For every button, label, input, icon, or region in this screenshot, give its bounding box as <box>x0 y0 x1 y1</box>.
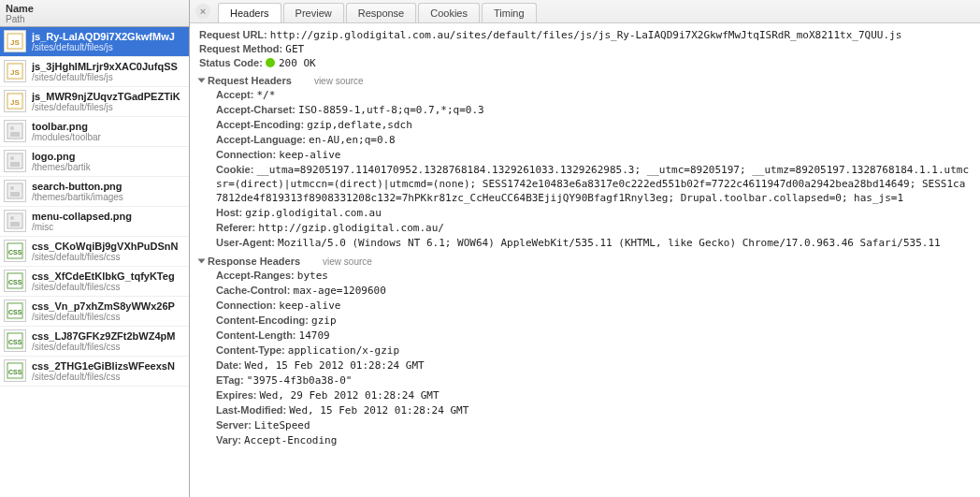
header-row: ETag: "3975-4f3b0a38-0" <box>199 373 971 387</box>
tab-timing[interactable]: Timing <box>482 3 537 22</box>
header-value: Wed, 15 Feb 2012 01:28:24 GMT <box>245 359 425 372</box>
file-name: css_2THG1eGiBlizsWFeexsN <box>32 360 175 372</box>
header-row: Content-Length: 14709 <box>199 329 971 343</box>
svg-point-8 <box>10 126 14 130</box>
file-info: css_LJ87GFKz9ZFt2bWZ4pM/sites/default/fi… <box>32 330 175 352</box>
file-item[interactable]: JSjs_Ry-LaIAQD9i7X2GkwfMwJ/sites/default… <box>0 27 189 57</box>
header-row: Accept-Ranges: bytes <box>199 269 971 283</box>
request-method-value: GET <box>285 43 304 55</box>
svg-rect-7 <box>10 132 20 137</box>
file-item[interactable]: menu-collapsed.png/misc <box>0 207 189 237</box>
view-source-link[interactable]: view source <box>314 76 364 86</box>
header-value: application/x-gzip <box>288 344 399 357</box>
header-key: Content-Type: <box>216 344 285 356</box>
svg-text:CSS: CSS <box>8 309 22 315</box>
header-value: 14709 <box>299 329 330 342</box>
svg-rect-10 <box>10 162 20 167</box>
file-name: menu-collapsed.png <box>32 211 132 222</box>
file-path: /sites/default/files/css <box>32 252 178 262</box>
header-value: keep-alive <box>279 300 340 312</box>
header-key: Expires: <box>216 389 256 401</box>
disclosure-triangle-icon <box>198 259 206 264</box>
header-key: User-Agent: <box>216 237 275 248</box>
header-row: Content-Type: application/x-gzip <box>199 344 971 358</box>
header-row: Server: LiteSpeed <box>199 418 971 432</box>
file-item[interactable]: JSjs_3jHghIMLrjr9xXAC0JufqSS/sites/defau… <box>0 57 189 87</box>
request-headers-section[interactable]: Request Headers view source <box>199 75 971 86</box>
file-name: toolbar.png <box>32 121 101 132</box>
header-value: gzip,deflate,sdch <box>307 119 412 131</box>
file-path: /sites/default/files/css <box>32 372 175 382</box>
file-path: /misc <box>32 222 132 232</box>
file-item[interactable]: toolbar.png/modules/toolbar <box>0 117 189 147</box>
file-info: css_2THG1eGiBlizsWFeexsN/sites/default/f… <box>32 360 175 382</box>
svg-point-17 <box>10 216 14 220</box>
tab-cookies[interactable]: Cookies <box>418 3 480 22</box>
file-name: css_LJ87GFKz9ZFt2bWZ4pM <box>32 330 175 342</box>
header-key: Referer: <box>216 222 255 233</box>
disclosure-triangle-icon <box>198 79 206 83</box>
file-type-icon: CSS <box>4 329 26 352</box>
header-value: bytes <box>297 270 328 282</box>
file-path: /sites/default/files/css <box>32 282 175 292</box>
response-headers-section[interactable]: Response Headers view source <box>199 256 971 267</box>
file-item[interactable]: logo.png/themes/bartik <box>0 147 189 177</box>
file-type-icon: CSS <box>4 300 26 322</box>
tabs-row: × HeadersPreviewResponseCookiesTiming <box>190 0 980 23</box>
header-row: Last-Modified: Wed, 15 Feb 2012 01:28:24… <box>199 403 971 417</box>
header-key: Accept-Encoding: <box>216 119 304 130</box>
file-name: css_CKoWqiBj9gVXhPuDSnN <box>32 241 178 252</box>
file-type-icon: JS <box>4 30 26 52</box>
file-list: JSjs_Ry-LaIAQD9i7X2GkwfMwJ/sites/default… <box>0 27 189 497</box>
sidebar-header-name: Name <box>6 3 183 14</box>
file-item[interactable]: JSjs_MWR9njZUqvzTGadPEZTiK/sites/default… <box>0 87 189 117</box>
response-headers-title: Response Headers <box>208 256 300 267</box>
header-value: keep-alive <box>279 149 340 161</box>
file-item[interactable]: CSScss_Vn_p7xhZmS8yWWx26P/sites/default/… <box>0 297 189 327</box>
header-key: Accept-Ranges: <box>216 270 295 281</box>
file-path: /sites/default/files/js <box>32 42 175 52</box>
file-item[interactable]: CSScss_XfCdeEtKlbkG_tqfyKTeg/sites/defau… <box>0 267 189 297</box>
svg-text:JS: JS <box>10 68 20 77</box>
header-row: User-Agent: Mozilla/5.0 (Windows NT 6.1;… <box>199 236 971 250</box>
close-icon[interactable]: × <box>195 4 210 19</box>
sidebar-header[interactable]: Name Path <box>0 0 189 27</box>
header-value: http://gzip.glodigital.com.au/ <box>258 222 444 234</box>
header-row: Referer: http://gzip.glodigital.com.au/ <box>199 221 971 235</box>
file-type-icon <box>4 150 26 172</box>
file-type-icon <box>4 210 26 232</box>
tab-preview[interactable]: Preview <box>283 3 344 22</box>
status-code-value: 200 OK <box>279 57 316 69</box>
view-source-link[interactable]: view source <box>323 256 372 267</box>
file-item[interactable]: search-button.png/themes/bartik/images <box>0 177 189 207</box>
header-value: Wed, 15 Feb 2012 01:28:24 GMT <box>289 404 468 417</box>
file-path: /sites/default/files/js <box>32 72 178 82</box>
file-path: /modules/toolbar <box>32 132 101 142</box>
status-code-label: Status Code: <box>199 57 263 68</box>
header-key: Last-Modified: <box>216 404 286 416</box>
header-key: Accept-Charset: <box>216 104 295 115</box>
file-name: css_XfCdeEtKlbkG_tqfyKTeg <box>32 270 175 282</box>
header-key: Date: <box>216 359 242 371</box>
header-key: Cache-Control: <box>216 285 290 296</box>
tab-headers[interactable]: Headers <box>218 3 281 22</box>
file-info: menu-collapsed.png/misc <box>32 211 132 232</box>
header-row: Cookie: __utma=89205197.1140170952.13287… <box>199 163 971 205</box>
header-row: Expires: Wed, 29 Feb 2012 01:28:24 GMT <box>199 388 971 402</box>
header-value: */* <box>256 89 275 101</box>
file-info: css_XfCdeEtKlbkG_tqfyKTeg/sites/default/… <box>32 270 175 292</box>
header-value: Accept-Encoding <box>244 434 337 446</box>
file-item[interactable]: CSScss_LJ87GFKz9ZFt2bWZ4pM/sites/default… <box>0 327 189 357</box>
header-value: __utma=89205197.1140170952.1328768184.13… <box>216 164 969 204</box>
file-item[interactable]: CSScss_2THG1eGiBlizsWFeexsN/sites/defaul… <box>0 357 189 387</box>
file-info: js_Ry-LaIAQD9i7X2GkwfMwJ/sites/default/f… <box>32 31 175 52</box>
tab-response[interactable]: Response <box>346 3 417 22</box>
file-item[interactable]: CSScss_CKoWqiBj9gVXhPuDSnN/sites/default… <box>0 237 189 267</box>
file-info: js_3jHghIMLrjr9xXAC0JufqSS/sites/default… <box>32 61 178 82</box>
header-key: ETag: <box>216 374 244 386</box>
header-key: Content-Length: <box>216 329 296 341</box>
svg-rect-16 <box>10 222 20 227</box>
header-key: Connection: <box>216 149 276 160</box>
header-key: Vary: <box>216 434 241 446</box>
file-info: js_MWR9njZUqvzTGadPEZTiK/sites/default/f… <box>32 91 180 112</box>
